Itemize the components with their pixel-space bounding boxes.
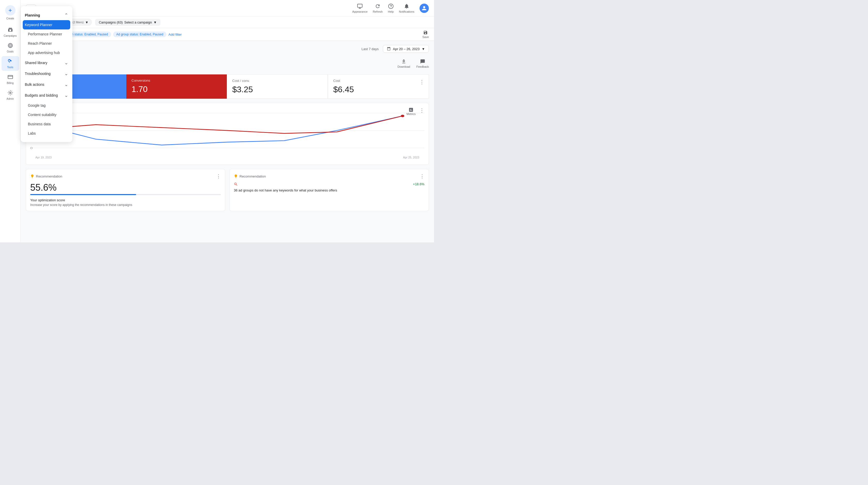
notifications-label: Notifications <box>399 10 414 13</box>
main-content: ▼ Appearance Refresh <box>21 0 434 242</box>
performance-planner-item[interactable]: Performance Planner <box>21 29 72 39</box>
header-actions: Appearance Refresh Help <box>352 3 429 13</box>
shared-library-label: Shared library <box>25 61 47 65</box>
refresh-label: Refresh <box>373 10 383 13</box>
troubleshooting-section[interactable]: Troubleshooting ⌄ <box>21 68 72 79</box>
metrics-button[interactable]: Metrics <box>407 107 416 116</box>
labs-label: Labs <box>28 131 36 135</box>
workspace-dropdown-icon: ▼ <box>85 21 89 24</box>
business-data-label: Business data <box>28 122 51 126</box>
opt-score-value: 55.6% <box>30 182 221 193</box>
overview-header: Overview Last 7 days Apr 20 – 26, 2023 ▼ <box>26 45 429 53</box>
lightbulb-icon-opt <box>30 174 34 178</box>
create-label: Create <box>6 17 14 20</box>
google-tag-label: Google tag <box>28 103 46 108</box>
avatar-icon <box>422 6 427 11</box>
svg-text:0: 0 <box>30 147 33 150</box>
labs-item[interactable]: Labs <box>21 129 72 138</box>
ad-groups-more[interactable]: ⋮ <box>420 173 425 179</box>
svg-point-17 <box>401 115 404 117</box>
shared-library-section[interactable]: Shared library ⌄ <box>21 57 72 68</box>
download-icon <box>401 59 406 64</box>
ad-group-status-label: Ad group status: Enabled, Paused <box>116 33 163 36</box>
sidebar-item-admin[interactable]: Admin <box>2 88 19 102</box>
date-label: Last 7 days <box>362 47 379 51</box>
optimization-score-card: Recommendation ⋮ 55.6% Your optimization… <box>26 169 225 211</box>
bulk-actions-label: Bulk actions <box>25 83 44 87</box>
top-header: ▼ Appearance Refresh <box>21 0 434 17</box>
filter-bar: Workspace filter Campaign status: Enable… <box>21 28 434 41</box>
tools-label: Tools <box>7 66 13 69</box>
cost-per-conv-label: Cost / conv. <box>232 79 322 83</box>
create-button[interactable]: + Create <box>2 3 19 22</box>
cost-per-conv-metric-card[interactable]: Cost / conv. $3.25 <box>227 74 328 99</box>
conversions-label: Conversions <box>131 79 222 83</box>
budgets-bidding-expand-icon: ⌄ <box>64 92 68 98</box>
refresh-action[interactable]: Refresh <box>373 3 383 13</box>
add-filter-button[interactable]: Add filter <box>168 33 182 36</box>
keyword-planner-item[interactable]: Keyword Planner <box>23 20 70 29</box>
app-advertising-hub-item[interactable]: App advertising hub <box>21 48 72 57</box>
planning-collapse-icon: ⌃ <box>64 12 68 18</box>
ad-groups-card: Recommendation ⋮ 36 ad groups do not hav… <box>229 169 429 211</box>
business-data-item[interactable]: Business data <box>21 119 72 129</box>
sidebar-item-tools[interactable]: Tools <box>2 56 19 71</box>
feedback-button[interactable]: Feedback <box>416 59 429 68</box>
goals-icon <box>7 42 13 49</box>
metrics-more-options[interactable]: ⋮ <box>419 79 425 85</box>
opt-score-more[interactable]: ⋮ <box>216 173 221 179</box>
sidebar-item-campaigns[interactable]: Campaigns <box>2 25 19 39</box>
campaign-selector[interactable]: Campaigns (63) Select a campaign ▼ <box>95 19 160 26</box>
app-container: + Create Campaigns Goals <box>0 0 434 242</box>
ad-group-status-chip[interactable]: Ad group status: Enabled, Paused <box>113 32 166 37</box>
opt-score-header: Recommendation ⋮ <box>30 173 221 179</box>
chart-more-options[interactable]: ⋮ <box>419 107 425 114</box>
content-suitability-item[interactable]: Content suitability <box>21 110 72 119</box>
appearance-action[interactable]: Appearance <box>352 3 368 13</box>
budgets-bidding-section[interactable]: Budgets and bidding ⌄ <box>21 90 72 101</box>
lightbulb-icon-ads <box>234 174 238 178</box>
chart-area: Metrics ⋮ 2 1 0 <box>26 103 429 165</box>
filter-chips: Workspace filter Campaign status: Enable… <box>26 32 420 37</box>
keyword-planner-label: Keyword Planner <box>25 23 53 27</box>
ad-groups-title: 36 ad groups do not have any keywords fo… <box>234 188 409 192</box>
opt-score-progress-bar <box>30 194 221 195</box>
date-range-dropdown-icon: ▼ <box>422 47 425 51</box>
bulk-actions-section[interactable]: Bulk actions ⌄ <box>21 79 72 90</box>
help-icon <box>388 3 394 9</box>
appearance-label: Appearance <box>352 10 368 13</box>
refresh-icon <box>375 3 380 9</box>
tools-panel: Planning ⌃ Keyword Planner Performance P… <box>21 6 72 142</box>
save-button[interactable]: Save <box>423 30 429 38</box>
svg-rect-5 <box>358 4 362 7</box>
sidebar-item-billing[interactable]: Billing <box>2 72 19 87</box>
ad-groups-label: Recommendation <box>234 174 266 178</box>
shared-library-expand-icon: ⌄ <box>64 60 68 66</box>
date-range-button[interactable]: Apr 20 – 26, 2023 ▼ <box>383 45 429 53</box>
svg-point-4 <box>9 92 11 94</box>
billing-label: Billing <box>7 82 14 85</box>
troubleshooting-label: Troubleshooting <box>25 71 51 76</box>
download-button[interactable]: Download <box>398 59 410 68</box>
date-range-label: Apr 20 – 26, 2023 <box>393 47 420 51</box>
opt-score-title: Your optimization score <box>30 198 221 202</box>
save-label: Save <box>423 35 429 38</box>
cost-metric-card[interactable]: Cost $6.45 ⋮ <box>328 74 429 99</box>
user-avatar[interactable] <box>420 4 429 13</box>
admin-icon <box>7 90 13 96</box>
appearance-icon <box>357 3 363 9</box>
search-icon-rec <box>234 182 238 186</box>
sidebar-item-goals[interactable]: Goals <box>2 40 19 55</box>
help-action[interactable]: Help <box>388 3 394 13</box>
metrics-row: Clicks 39.7K Conversions 1.70 Cost / con… <box>26 74 429 99</box>
campaigns-label: Campaigns <box>4 34 17 37</box>
admin-label: Admin <box>6 97 14 100</box>
reach-planner-item[interactable]: Reach Planner <box>21 39 72 48</box>
metrics-label: Metrics <box>407 112 416 116</box>
google-tag-item[interactable]: Google tag <box>21 101 72 110</box>
recommendation-label-ads: Recommendation <box>240 174 266 178</box>
save-icon <box>423 30 428 35</box>
conversions-metric-card[interactable]: Conversions 1.70 <box>126 74 227 99</box>
notifications-action[interactable]: Notifications <box>399 3 414 13</box>
planning-section-header[interactable]: Planning ⌃ <box>21 10 72 20</box>
